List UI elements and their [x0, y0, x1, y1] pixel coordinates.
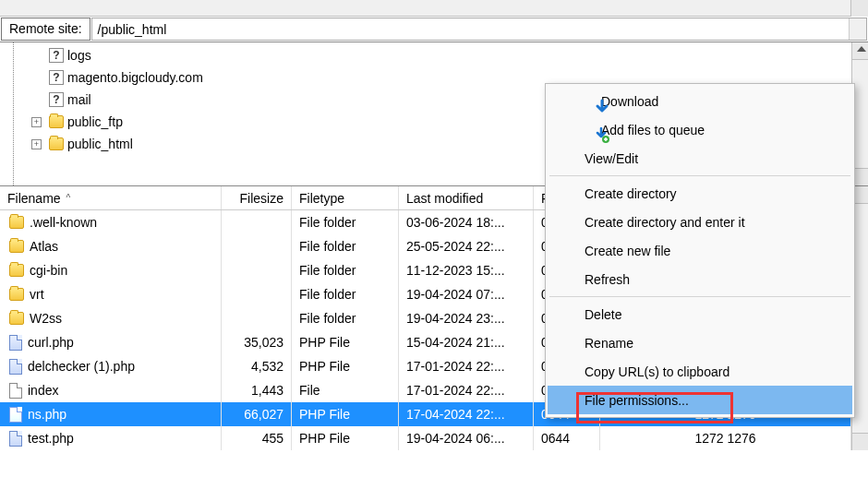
file-icon [9, 383, 22, 399]
menu-item-label: Copy URL(s) to clipboard [585, 364, 729, 379]
cell-modified: 25-05-2024 22:... [399, 234, 534, 258]
folder-icon [49, 137, 64, 150]
menu-item-label: Add files to queue [601, 123, 705, 137]
remote-site-path-input[interactable]: /public_html [91, 18, 867, 41]
filename-text: Atlas [30, 239, 58, 254]
cell-modified: 19-04-2024 23:... [399, 306, 534, 330]
filename-text: curl.php [28, 335, 74, 350]
remote-site-label: Remote site: [1, 18, 90, 41]
cell-modified: 17-01-2024 22:... [399, 378, 534, 402]
tree-expander[interactable]: + [31, 117, 42, 127]
cell-filetype: File folder [292, 306, 399, 330]
column-label: Filetype [299, 191, 344, 206]
cell-filename: .well-known [0, 210, 222, 234]
menu-item[interactable]: Create directory and enter it [548, 208, 852, 236]
cell-modified: 19-04-2024 07:... [399, 282, 534, 306]
cell-permissions: 0644 [534, 426, 600, 450]
menu-item-label: Create directory and enter it [585, 215, 745, 230]
filename-text: delchecker (1).php [28, 359, 135, 374]
menu-item-label: Delete [585, 307, 621, 322]
tree-item-label: mail [67, 92, 91, 107]
filename-text: test.php [28, 431, 74, 446]
unknown-icon: ? [49, 48, 64, 63]
column-header-modified[interactable]: Last modified [399, 186, 534, 209]
menu-item[interactable]: View/Edit [548, 144, 852, 173]
column-label: Filename [7, 191, 61, 206]
menu-item[interactable]: Create new file [548, 236, 852, 265]
cell-modified: 15-04-2024 21:... [399, 330, 534, 354]
column-header-filetype[interactable]: Filetype [292, 186, 399, 209]
chevron-down-icon[interactable] [853, 25, 862, 30]
php-file-icon [9, 335, 22, 351]
filename-text: W2ss [30, 311, 62, 326]
tree-item-label: logs [67, 48, 91, 63]
remote-site-bar: Remote site: /public_html [0, 17, 868, 42]
menu-item[interactable]: Create directory [548, 179, 852, 208]
menu-item[interactable]: Copy URL(s) to clipboard [548, 357, 852, 386]
cell-filesize [222, 210, 292, 234]
folder-icon [9, 312, 24, 325]
folder-icon [9, 288, 24, 301]
cell-filesize: 66,027 [222, 402, 292, 426]
chevron-up-icon [857, 46, 866, 52]
cell-filesize: 35,023 [222, 330, 292, 354]
cell-filetype: File [292, 378, 399, 402]
cell-filename: ns.php [0, 402, 222, 426]
cell-modified: 03-06-2024 18:... [399, 210, 534, 234]
cell-filename: delchecker (1).php [0, 354, 222, 378]
cell-filetype: PHP File [292, 426, 399, 450]
folder-icon [9, 216, 24, 229]
cell-filetype: PHP File [292, 330, 399, 354]
filename-text: index [28, 383, 58, 398]
folder-icon [9, 240, 24, 253]
cell-filename: W2ss [0, 306, 222, 330]
cell-filetype: File folder [292, 234, 399, 258]
table-row[interactable]: test.php455PHP File19-04-2024 06:...0644… [0, 426, 851, 450]
context-menu[interactable]: DownloadAdd files to queueView/EditCreat… [545, 83, 855, 418]
menu-item[interactable]: Add files to queue [548, 115, 852, 144]
cell-filesize: 455 [222, 426, 292, 450]
column-header-filesize[interactable]: Filesize [222, 186, 292, 209]
unknown-icon: ? [49, 70, 64, 85]
tree-item-label: public_ftp [67, 114, 123, 129]
menu-item[interactable]: Rename [548, 328, 852, 357]
chevron-down-icon [854, 3, 863, 8]
filename-text: cgi-bin [30, 263, 67, 278]
column-header-filename[interactable]: Filename ^ [0, 186, 222, 209]
top-scrollbar[interactable] [0, 0, 868, 17]
menu-item[interactable]: Download [548, 87, 852, 115]
cell-filename: index [0, 378, 222, 402]
folder-icon [9, 264, 24, 277]
cell-filesize [222, 306, 292, 330]
menu-item[interactable]: Delete [548, 300, 852, 328]
cell-filetype: File folder [292, 258, 399, 282]
menu-item[interactable]: Refresh [548, 265, 852, 293]
menu-item[interactable]: File permissions... [548, 386, 852, 414]
cell-filesize: 4,532 [222, 354, 292, 378]
tree-connector-lines [13, 42, 14, 185]
folder-icon [49, 115, 64, 128]
download-icon [594, 99, 610, 115]
php-file-icon [9, 431, 22, 447]
php-file-icon [9, 359, 22, 375]
menu-item-label: Rename [585, 336, 633, 351]
menu-separator [549, 296, 850, 297]
menu-item-label: Create new file [585, 244, 670, 258]
cell-filesize [222, 234, 292, 258]
remote-path-text: /public_html [98, 22, 167, 37]
tree-expander[interactable]: + [31, 139, 42, 149]
cell-filesize [222, 258, 292, 282]
filename-text: .well-known [30, 215, 97, 230]
cell-filesize [222, 282, 292, 306]
cell-modified: 17-04-2024 22:... [399, 402, 534, 426]
cell-owner: 1272 1276 [600, 426, 851, 450]
add-queue-icon [594, 127, 610, 144]
unknown-icon: ? [49, 92, 64, 107]
menu-item-label: Create directory [585, 186, 677, 201]
menu-item-label: File permissions... [585, 393, 689, 408]
column-label: Filesize [240, 191, 283, 206]
cell-filetype: PHP File [292, 354, 399, 378]
tree-item-label: public_html [67, 137, 133, 151]
filename-text: vrt [30, 287, 44, 302]
tree-item[interactable]: ?logs [31, 44, 851, 66]
